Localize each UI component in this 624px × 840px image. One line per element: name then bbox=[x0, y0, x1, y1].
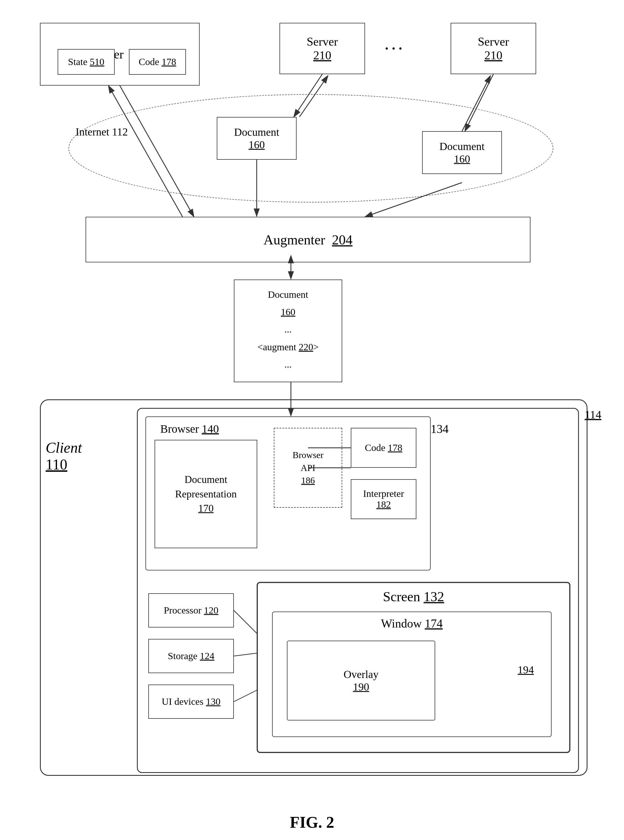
server-210-left-box: Server210 bbox=[280, 23, 365, 74]
ui-devices-130-box: UI devices 130 bbox=[148, 684, 234, 719]
augmenter-204-box: Augmenter 204 bbox=[86, 217, 530, 262]
browser-140-label: Browser 140 bbox=[160, 422, 219, 435]
client-110-label: Client110 bbox=[46, 439, 82, 473]
doc-160-left-label: Document160 bbox=[234, 126, 279, 151]
overlay-190-box: Overlay190 bbox=[287, 641, 435, 721]
ui-devices-130-label: UI devices 130 bbox=[162, 696, 221, 707]
storage-124-box: Storage 124 bbox=[148, 639, 234, 673]
figure-label: FIG. 2 bbox=[290, 813, 334, 831]
doc-160-left-box: Document160 bbox=[217, 117, 297, 160]
augmenter-204-label: Augmenter 204 bbox=[264, 232, 352, 247]
code-178-right-box: Code 178 bbox=[351, 428, 416, 468]
interpreter-182-box: Interpreter182 bbox=[351, 479, 416, 519]
doc-160-right-box: Document160 bbox=[422, 131, 502, 174]
interpreter-182-label: Interpreter182 bbox=[363, 488, 404, 510]
diagram-container: Server 150 State 510 Code 178 Server210 … bbox=[23, 11, 601, 817]
processor-120-box: Processor 120 bbox=[148, 593, 234, 627]
overlay-190-label: Overlay190 bbox=[344, 668, 378, 693]
augmented-content: Document160...<augment 220>... bbox=[258, 286, 319, 373]
dots-between-servers: . . . bbox=[385, 37, 402, 53]
screen-132-label: Screen 132 bbox=[383, 589, 444, 604]
server-210-right-label: Server210 bbox=[478, 35, 509, 62]
doc-rep-170-label: DocumentRepresentation170 bbox=[175, 472, 237, 516]
window-174-label: Window 174 bbox=[381, 617, 443, 630]
internet-label: Internet 112 bbox=[76, 125, 128, 138]
processor-120-label: Processor 120 bbox=[164, 605, 218, 616]
code-178-server-box: Code 178 bbox=[129, 49, 186, 75]
state-510-label: State 510 bbox=[68, 57, 104, 67]
code-178-server-label: Code 178 bbox=[139, 57, 176, 67]
doc-rep-170-box: DocumentRepresentation170 bbox=[154, 440, 257, 548]
state-510-box: State 510 bbox=[58, 49, 115, 75]
server-210-right-box: Server210 bbox=[451, 23, 536, 74]
label-134: 134 bbox=[431, 422, 449, 436]
server-150-box: Server 150 State 510 Code 178 bbox=[40, 23, 200, 86]
doc-160-augmented-box: Document160...<augment 220>... bbox=[234, 279, 342, 382]
window-174-box: Window 174 Overlay190 194 bbox=[272, 611, 551, 737]
storage-124-label: Storage 124 bbox=[168, 651, 214, 661]
code-178-right-label: Code 178 bbox=[365, 442, 402, 453]
label-114: 114 bbox=[585, 408, 601, 421]
screen-132-box: Screen 132 Window 174 Overlay190 194 bbox=[257, 582, 570, 753]
doc-160-right-label: Document160 bbox=[439, 140, 485, 165]
browser-api-186-label: BrowserAPI186 bbox=[293, 449, 323, 487]
server-210-left-label: Server210 bbox=[307, 35, 338, 62]
browser-api-186-box: BrowserAPI186 bbox=[274, 428, 342, 508]
label-194: 194 bbox=[517, 664, 534, 676]
